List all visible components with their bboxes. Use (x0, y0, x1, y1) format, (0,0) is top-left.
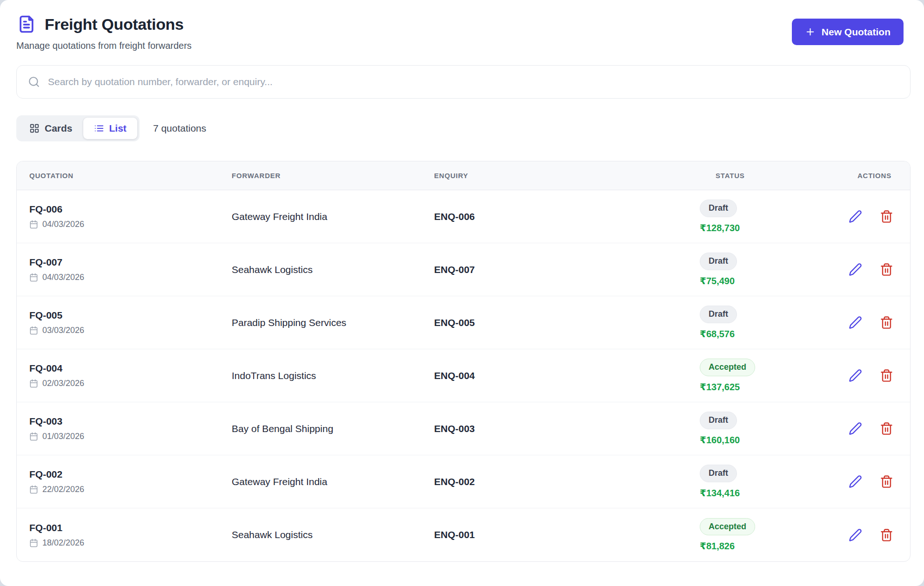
quotation-amount: ₹128,730 (700, 222, 849, 233)
edit-button[interactable] (849, 475, 862, 488)
pencil-icon (849, 316, 862, 329)
cards-view-label: Cards (45, 123, 73, 134)
trash-icon (880, 316, 893, 329)
status-badge: Accepted (700, 359, 755, 376)
table-row: FQ-001 18/02/2026 Seahawk Logistics ENQ-… (17, 508, 910, 561)
calendar-icon (29, 539, 38, 547)
table-row: FQ-003 01/03/2026 Bay of Bengal Shipping… (17, 402, 910, 455)
enquiry-number: ENQ-001 (434, 529, 700, 540)
trash-icon (880, 210, 893, 223)
search-input[interactable] (48, 76, 899, 87)
page-subtitle: Manage quotations from freight forwarder… (16, 40, 192, 51)
delete-button[interactable] (880, 422, 893, 435)
delete-button[interactable] (880, 210, 893, 223)
plus-icon (805, 27, 816, 37)
delete-button[interactable] (880, 316, 893, 329)
new-quotation-label: New Quotation (822, 27, 891, 38)
status-cell: Draft ₹75,490 (700, 253, 849, 286)
forwarder-name: Gateway Freight India (232, 476, 434, 487)
delete-button[interactable] (880, 528, 893, 542)
forwarder-name: Seahawk Logistics (232, 264, 434, 275)
enquiry-number: ENQ-004 (434, 370, 700, 381)
page-title: Freight Quotations (45, 15, 184, 33)
pencil-icon (849, 210, 862, 223)
delete-button[interactable] (880, 475, 893, 488)
edit-button[interactable] (849, 422, 862, 435)
forwarder-name: Seahawk Logistics (232, 529, 434, 540)
edit-button[interactable] (849, 528, 862, 542)
status-cell: Accepted ₹137,625 (700, 359, 849, 393)
calendar-icon (29, 485, 38, 494)
enquiry-number: ENQ-006 (434, 211, 700, 222)
cards-view-button[interactable]: Cards (19, 118, 83, 139)
quotation-date: 18/02/2026 (42, 538, 84, 548)
column-header-enquiry: ENQUIRY (434, 172, 700, 180)
actions-cell (849, 369, 893, 382)
enquiry-number: ENQ-003 (434, 423, 700, 434)
list-view-button[interactable]: List (83, 118, 137, 139)
forwarder-name: Bay of Bengal Shipping (232, 423, 434, 434)
delete-button[interactable] (880, 263, 893, 276)
forwarder-name: Gateway Freight India (232, 211, 434, 222)
enquiry-number: ENQ-005 (434, 317, 700, 328)
edit-button[interactable] (849, 316, 862, 329)
status-cell: Draft ₹68,576 (700, 306, 849, 340)
table-body: FQ-006 04/03/2026 Gateway Freight India … (17, 190, 910, 561)
quotation-amount: ₹137,625 (700, 381, 849, 393)
quotation-date: 04/03/2026 (42, 220, 84, 229)
trash-icon (880, 369, 893, 382)
quotation-amount: ₹68,576 (700, 328, 849, 340)
status-cell: Draft ₹134,416 (700, 465, 849, 499)
status-badge: Draft (700, 465, 737, 482)
quotation-cell: FQ-007 04/03/2026 (29, 257, 232, 282)
quotation-number: FQ-006 (29, 204, 232, 215)
quotation-number: FQ-002 (29, 469, 232, 480)
status-cell: Draft ₹128,730 (700, 200, 849, 233)
document-icon (16, 14, 37, 34)
actions-cell (849, 528, 893, 542)
status-badge: Draft (700, 200, 737, 217)
pencil-icon (849, 422, 862, 435)
edit-button[interactable] (849, 210, 862, 223)
actions-cell (849, 263, 893, 276)
calendar-icon (29, 432, 38, 441)
calendar-icon (29, 379, 38, 388)
table-header: QUOTATION FORWARDER ENQUIRY STATUS ACTIO… (17, 161, 910, 190)
table-row: FQ-002 22/02/2026 Gateway Freight India … (17, 455, 910, 508)
actions-cell (849, 475, 893, 488)
quotation-cell: FQ-003 01/03/2026 (29, 416, 232, 441)
trash-icon (880, 263, 893, 276)
quotation-date: 02/03/2026 (42, 379, 84, 388)
status-badge: Draft (700, 253, 737, 270)
status-cell: Accepted ₹81,826 (700, 518, 849, 552)
quotation-cell: FQ-004 02/03/2026 (29, 363, 232, 388)
quotation-amount: ₹81,826 (700, 540, 849, 552)
calendar-icon (29, 220, 38, 229)
toolbar: Cards List 7 quotations (16, 115, 924, 141)
table-row: FQ-007 04/03/2026 Seahawk Logistics ENQ-… (17, 243, 910, 296)
quotation-number: FQ-005 (29, 310, 232, 321)
quotation-number: FQ-004 (29, 363, 232, 374)
pencil-icon (849, 475, 862, 488)
delete-button[interactable] (880, 369, 893, 382)
header-left: Freight Quotations Manage quotations fro… (16, 14, 192, 51)
list-view-label: List (109, 123, 127, 134)
edit-button[interactable] (849, 369, 862, 382)
status-badge: Draft (700, 306, 737, 323)
pencil-icon (849, 369, 862, 382)
quotation-amount: ₹134,416 (700, 487, 849, 499)
quotation-cell: FQ-006 04/03/2026 (29, 204, 232, 229)
table-row: FQ-006 04/03/2026 Gateway Freight India … (17, 190, 910, 243)
actions-cell (849, 316, 893, 329)
quotation-date: 22/02/2026 (42, 485, 84, 494)
status-badge: Accepted (700, 518, 755, 536)
trash-icon (880, 422, 893, 435)
quotation-number: FQ-003 (29, 416, 232, 427)
status-badge: Draft (700, 412, 737, 429)
trash-icon (880, 475, 893, 488)
new-quotation-button[interactable]: New Quotation (792, 19, 904, 45)
edit-button[interactable] (849, 263, 862, 276)
quotation-number: FQ-007 (29, 257, 232, 268)
search-bar (16, 65, 911, 99)
forwarder-name: IndoTrans Logistics (232, 370, 434, 381)
